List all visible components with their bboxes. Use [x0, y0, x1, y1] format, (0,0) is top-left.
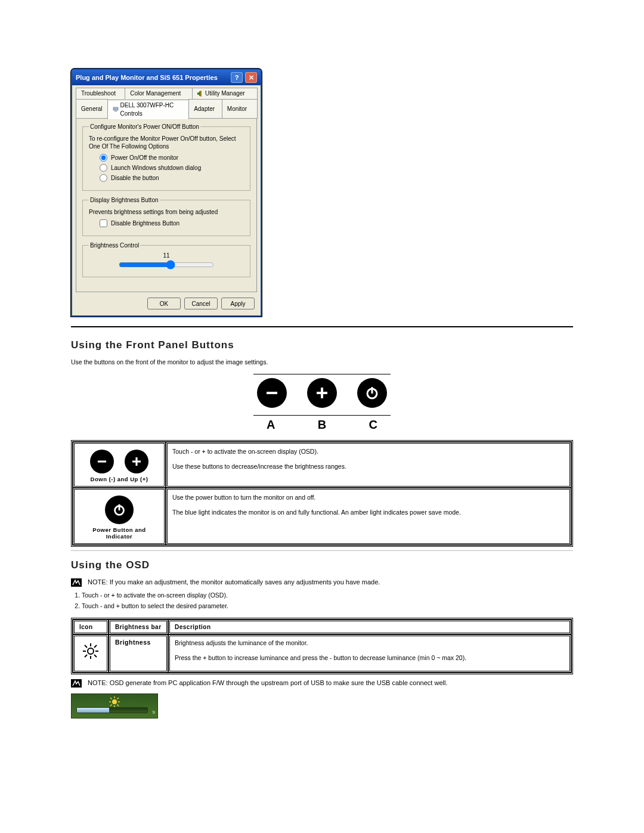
check-disable-brightness[interactable]: Disable Brightness Button — [100, 219, 244, 227]
osd-track — [76, 707, 148, 713]
note-2: NOTE: OSD generate from PC application F… — [71, 679, 573, 688]
window-title: Plug and Play Monitor and SiS 651 Proper… — [76, 74, 228, 81]
row1-line2: Use these buttons to decrease/increase t… — [172, 462, 565, 471]
osd-heading: Using the OSD — [71, 559, 573, 571]
label-a: A — [267, 418, 275, 432]
svg-rect-10 — [98, 460, 106, 462]
properties-dialog: Plug and Play Monitor and SiS 651 Proper… — [71, 69, 262, 317]
front-panel-intro: Use the buttons on the front of the moni… — [71, 358, 573, 366]
step-2: Touch - and + button to select the desir… — [82, 602, 573, 609]
th-desc: Description — [168, 620, 571, 634]
monitor-icon — [113, 107, 119, 113]
tab-monitor[interactable]: Monitor — [222, 99, 258, 119]
power-button-desc: To re-configure the Monitor Power On/Off… — [89, 135, 244, 150]
svg-line-32 — [117, 705, 119, 707]
plus-icon — [125, 450, 148, 473]
th-icon: Icon — [73, 620, 109, 634]
brightness-icon — [79, 639, 102, 667]
radio-power-onoff[interactable]: Power On/Off the monitor — [100, 154, 244, 162]
table-row: Brightness Brightness adjusts the lumina… — [73, 634, 571, 673]
plus-icon — [307, 378, 337, 408]
apply-button[interactable]: Apply — [221, 298, 255, 309]
row2-line1: Use the power button to turn the monitor… — [172, 493, 565, 502]
power-button-group: Configure Monitor's Power ON/Off Button … — [82, 123, 250, 191]
brightness-control-legend: Brightness Control — [89, 242, 140, 249]
brightness-button-legend: Display Brightness Button — [89, 197, 160, 203]
brightness-control-group: Brightness Control 11 — [82, 242, 250, 277]
power-button-legend: Configure Monitor's Power ON/Off Button — [89, 123, 200, 130]
svg-line-31 — [110, 698, 112, 699]
note-1-text: NOTE: If you make an adjustment, the mon… — [88, 578, 380, 586]
svg-point-16 — [88, 648, 94, 654]
td-desc-2: Press the + button to increase luminance… — [175, 654, 565, 662]
svg-rect-3 — [113, 107, 118, 110]
row1-line1: Touch - or + to activate the on-screen d… — [172, 447, 565, 456]
label-c: C — [369, 418, 377, 432]
svg-rect-5 — [267, 392, 277, 394]
svg-rect-9 — [371, 387, 373, 394]
svg-line-21 — [85, 645, 87, 648]
brightness-slider[interactable] — [119, 260, 214, 270]
minus-icon — [90, 450, 114, 473]
help-icon[interactable]: ? — [231, 72, 243, 83]
svg-line-34 — [117, 698, 119, 699]
svg-rect-2 — [199, 91, 200, 96]
svg-line-24 — [94, 645, 97, 648]
radio-disable-button[interactable]: Disable the button — [100, 174, 244, 182]
button-strip-diagram — [253, 374, 391, 411]
svg-line-22 — [94, 655, 97, 657]
tab-troubleshoot[interactable]: Troubleshoot — [76, 88, 125, 99]
svg-line-33 — [110, 705, 112, 707]
td-desc-1: Brightness adjusts the luminance of the … — [175, 639, 565, 648]
minus-icon — [257, 378, 287, 408]
svg-rect-1 — [200, 91, 202, 97]
front-panel-table: Down (-) and Up (+) Touch - or + to acti… — [71, 440, 573, 547]
table-row: Power Button and Indicator Use the power… — [73, 488, 571, 545]
ok-button[interactable]: OK — [147, 298, 181, 309]
power-caption: Power Button and Indicator — [79, 527, 159, 540]
osd-table: Icon Brightness bar Description — [71, 618, 573, 674]
step-1: Touch - or + to activate the on-screen d… — [82, 592, 573, 599]
titlebar[interactable]: Plug and Play Monitor and SiS 651 Proper… — [72, 70, 261, 85]
svg-rect-14 — [119, 504, 120, 510]
note-icon — [71, 679, 82, 688]
brightness-button-group: Display Brightness Button Prevents brigh… — [82, 197, 250, 236]
th-bar: Brightness bar — [109, 620, 168, 634]
tab-dell-controls[interactable]: DELL 3007WFP-HC Controls — [107, 100, 190, 119]
svg-line-23 — [85, 655, 87, 657]
power-icon — [105, 496, 134, 524]
svg-rect-12 — [135, 457, 137, 466]
tab-general[interactable]: General — [76, 99, 108, 119]
cancel-button[interactable]: Cancel — [184, 298, 218, 309]
note-1: NOTE: If you make an adjustment, the mon… — [71, 578, 573, 587]
svg-point-26 — [112, 699, 117, 704]
power-icon — [357, 378, 387, 408]
front-panel-heading: Using the Front Panel Buttons — [71, 339, 573, 351]
svg-rect-7 — [321, 388, 323, 398]
td-bar: Brightness — [109, 634, 168, 673]
sis-icon — [197, 91, 203, 97]
brightness-button-desc: Prevents brightness settings from being … — [89, 208, 244, 216]
osd-value: 9 — [153, 710, 155, 715]
down-up-caption: Down (-) and Up (+) — [79, 476, 159, 482]
tab-strip: Troubleshoot Color Management Utility Ma… — [76, 88, 257, 293]
note-icon — [71, 578, 82, 587]
table-row: Down (-) and Up (+) Touch - or + to acti… — [73, 442, 571, 488]
radio-shutdown-dialog[interactable]: Launch Windows shutdown dialog — [100, 164, 244, 172]
osd-bar-graphic: 9 — [71, 693, 158, 719]
tab-color-management[interactable]: Color Management — [125, 88, 193, 99]
row2-line2: The blue light indicates the monitor is … — [172, 508, 565, 517]
note-2-text: NOTE: OSD generate from PC application F… — [88, 679, 447, 686]
osd-steps: Touch - or + to activate the on-screen d… — [82, 592, 573, 609]
label-b: B — [318, 418, 326, 432]
tab-utility-manager[interactable]: Utility Manager — [192, 88, 258, 99]
brightness-value: 11 — [89, 252, 244, 259]
close-icon[interactable]: ✕ — [245, 72, 257, 83]
tab-panel: Configure Monitor's Power ON/Off Button … — [76, 118, 257, 292]
tab-adapter[interactable]: Adapter — [188, 99, 222, 119]
divider — [71, 326, 573, 327]
svg-rect-4 — [114, 111, 117, 112]
